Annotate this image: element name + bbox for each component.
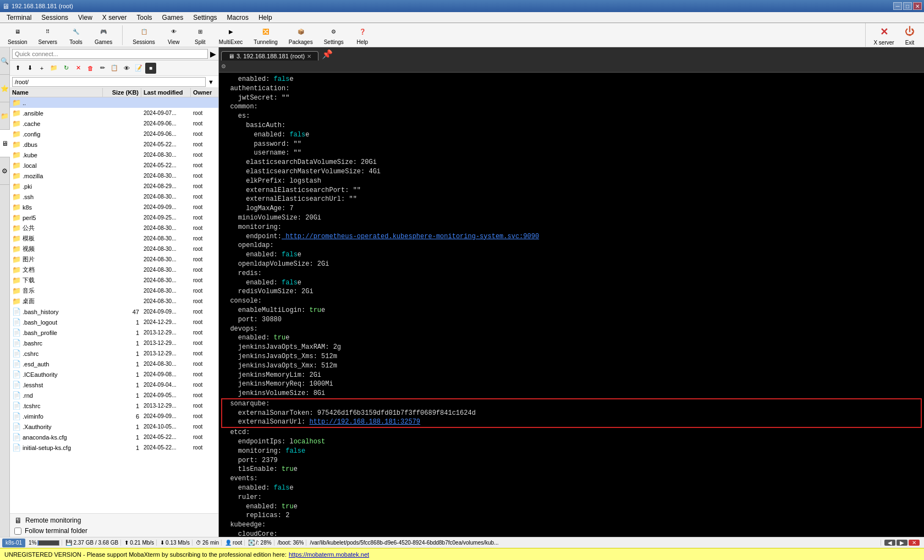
remote-monitoring-label[interactable]: Remote monitoring: [25, 517, 81, 524]
menu-settings[interactable]: Settings: [189, 13, 221, 23]
file-row[interactable]: 📄.bashrc 1 2013-12-29... root: [10, 338, 218, 348]
toolbar-settings[interactable]: ⚙ Settings: [321, 24, 347, 46]
file-row[interactable]: 📄anaconda-ks.cfg 1 2024-05-22... root: [10, 432, 218, 442]
file-row[interactable]: 📁模板 2024-08-30... root: [10, 233, 218, 244]
status-close-btn[interactable]: ✕: [909, 540, 920, 546]
follow-terminal-checkbox[interactable]: [14, 528, 21, 535]
file-row[interactable]: 📁.ansible 2024-09-07... root: [10, 108, 218, 118]
toolbar-multiexec[interactable]: ▶ MultiExec: [216, 24, 246, 46]
toolbar-view[interactable]: 👁 View: [163, 24, 185, 46]
quick-connect-input[interactable]: [12, 49, 208, 59]
quick-connect-go[interactable]: ▶: [210, 50, 216, 58]
col-name-header[interactable]: Name: [10, 88, 103, 97]
file-row[interactable]: 📁.ssh 2024-08-30... root: [10, 191, 218, 202]
terminal-content[interactable]: enabled: false authentication: jwtSecret…: [219, 73, 924, 537]
status-nav-left[interactable]: ◀: [884, 540, 895, 546]
menu-view[interactable]: View: [74, 13, 97, 23]
k8s-status-btn[interactable]: k8s-01: [2, 539, 25, 547]
file-row[interactable]: 📄.bash_logout 1 2024-12-29... root: [10, 317, 218, 327]
terminal-tab-1[interactable]: 🖥 3. 192.168.188.181 (root) ✕: [221, 51, 318, 61]
file-refresh-btn[interactable]: ↻: [61, 63, 72, 74]
file-row[interactable]: 📁图片 2024-08-30... root: [10, 254, 218, 265]
menu-help[interactable]: Help: [254, 13, 277, 23]
file-newfile-btn[interactable]: +: [36, 63, 47, 74]
toolbar-sessions2[interactable]: 📋 Sessions: [129, 24, 158, 46]
file-row[interactable]: 📁.local 2024-05-22... root: [10, 160, 218, 171]
file-download-btn[interactable]: ⬇: [24, 63, 35, 74]
file-row[interactable]: 📄.lesshst 1 2024-09-04... root: [10, 380, 218, 390]
file-row[interactable]: 📁公共 2024-08-30... root: [10, 223, 218, 233]
toolbar-session[interactable]: 🖥 Session: [4, 24, 31, 46]
minimize-button[interactable]: ─: [893, 2, 902, 10]
file-edit-btn[interactable]: 📝: [133, 63, 144, 74]
file-row[interactable]: 📄.tcshrc 1 2013-12-29... root: [10, 400, 218, 411]
side-icon-settings[interactable]: ⚙: [0, 157, 10, 185]
side-icon-terminal[interactable]: 🖥: [0, 130, 10, 157]
side-icon-star[interactable]: ⭐: [0, 75, 10, 102]
file-row[interactable]: 📄.bash_history 47 2024-09-09... root: [10, 306, 218, 317]
menu-xserver[interactable]: X server: [98, 13, 131, 23]
register-link[interactable]: https://mobaterm.mobatek.net: [289, 551, 369, 558]
file-row[interactable]: 📁..: [10, 97, 218, 108]
file-row[interactable]: 📁perl5 2024-09-25... root: [10, 212, 218, 223]
file-row[interactable]: 📁.mozilla 2024-08-30... root: [10, 171, 218, 181]
col-owner-header[interactable]: Owner: [191, 88, 218, 97]
toolbar-split[interactable]: ⊞ Split: [189, 24, 211, 46]
file-row[interactable]: 📁k8s 2024-09-09... root: [10, 202, 218, 212]
file-upload-btn[interactable]: ⬆: [12, 63, 23, 74]
maximize-button[interactable]: □: [903, 2, 912, 10]
terminal-tab-close[interactable]: ✕: [307, 53, 311, 59]
file-row[interactable]: 📁.kube 2024-08-30... root: [10, 150, 218, 160]
file-row[interactable]: 📄.Xauthority 1 2024-10-05... root: [10, 421, 218, 432]
window-controls[interactable]: ─ □ ✕: [893, 2, 922, 10]
file-owner: root: [191, 308, 218, 315]
menu-tools[interactable]: Tools: [133, 13, 157, 23]
file-rename-btn[interactable]: ✏: [97, 63, 108, 74]
file-row[interactable]: 📁视频 2024-08-30... root: [10, 244, 218, 254]
file-term-btn[interactable]: ■: [145, 63, 156, 74]
file-row[interactable]: 📁桌面 2024-08-30... root: [10, 296, 218, 306]
menu-terminal[interactable]: Terminal: [2, 13, 36, 23]
status-nav-right[interactable]: ▶: [897, 540, 908, 546]
toolbar-tunneling[interactable]: 🔀 Tunneling: [250, 24, 281, 46]
file-row[interactable]: 📁.dbus 2024-05-22... root: [10, 139, 218, 150]
file-row[interactable]: 📁.pki 2024-08-29... root: [10, 181, 218, 191]
file-row[interactable]: 📄initial-setup-ks.cfg 1 2024-05-22... ro…: [10, 442, 218, 453]
file-newfolder-btn[interactable]: 📁: [48, 63, 59, 74]
x-server-button[interactable]: ✕ X server: [870, 24, 898, 47]
file-stop-btn[interactable]: ✕: [73, 63, 84, 74]
file-delete-btn[interactable]: 🗑: [85, 63, 96, 74]
file-row[interactable]: 📄.esd_auth 1 2024-08-30... root: [10, 359, 218, 369]
toolbar-help[interactable]: ❓ Help: [351, 24, 373, 46]
file-row[interactable]: 📁下载 2024-08-30... root: [10, 275, 218, 286]
file-row[interactable]: 📄.rnd 1 2024-09-05... root: [10, 390, 218, 400]
menu-games[interactable]: Games: [158, 13, 188, 23]
file-row[interactable]: 📄.ICEauthority 1 2024-09-08... root: [10, 369, 218, 380]
file-row[interactable]: 📄.viminfo 6 2024-09-09... root: [10, 411, 218, 421]
toolbar-servers[interactable]: ⠿ Servers: [35, 24, 61, 46]
file-copy-btn[interactable]: 📋: [109, 63, 120, 74]
file-row[interactable]: 📁音乐 2024-08-30... root: [10, 286, 218, 296]
side-icon-search[interactable]: 🔍: [0, 47, 10, 75]
toolbar-games[interactable]: 🎮 Games: [91, 24, 116, 46]
new-tab-btn[interactable]: 📌: [322, 49, 333, 59]
col-size-header[interactable]: Size (KB): [103, 88, 141, 97]
file-row[interactable]: 📁.cache 2024-09-06... root: [10, 118, 218, 129]
toolbar-tools[interactable]: 🔧 Tools: [65, 24, 87, 46]
terminal-toolbar-icon[interactable]: ⚙: [221, 63, 226, 69]
path-input[interactable]: [12, 77, 206, 87]
path-go-btn[interactable]: ▼: [206, 79, 216, 85]
file-row[interactable]: 📄.bash_profile 1 2013-12-29... root: [10, 327, 218, 338]
toolbar-packages[interactable]: 📦 Packages: [285, 24, 316, 46]
menu-sessions[interactable]: Sessions: [37, 13, 73, 23]
menu-macros[interactable]: Macros: [223, 13, 253, 23]
side-icon-folder[interactable]: 📁: [0, 102, 10, 130]
file-date: 2024-05-22...: [141, 444, 191, 451]
file-row[interactable]: 📁文档 2024-08-30... root: [10, 265, 218, 275]
file-row[interactable]: 📁.config 2024-09-06... root: [10, 129, 218, 139]
exit-button[interactable]: ⏻ Exit: [900, 24, 920, 47]
file-view-btn[interactable]: 👁: [121, 63, 132, 74]
col-date-header[interactable]: Last modified: [141, 88, 191, 97]
file-row[interactable]: 📄.cshrc 1 2013-12-29... root: [10, 348, 218, 359]
close-button[interactable]: ✕: [913, 2, 922, 10]
